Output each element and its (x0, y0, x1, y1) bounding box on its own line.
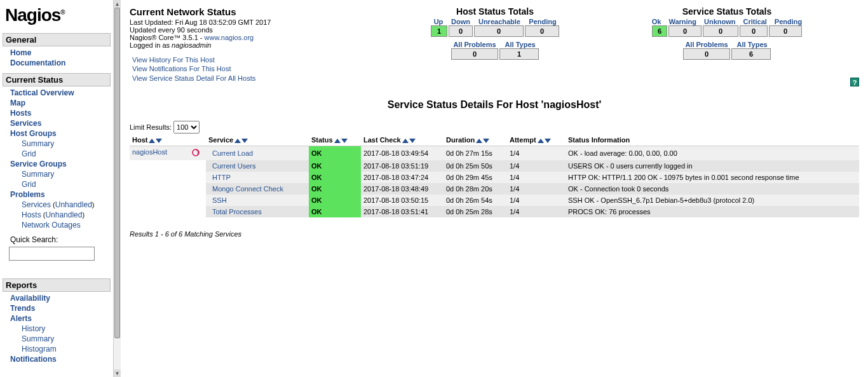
nav-home[interactable]: Home (10, 48, 31, 57)
nav-report-trends[interactable]: Trends (10, 304, 35, 313)
nav-report-histogram[interactable]: Histogram (22, 345, 57, 353)
sort-up-icon[interactable] (476, 139, 482, 143)
sort-up-icon[interactable] (149, 139, 155, 143)
service-link[interactable]: HTTP (208, 174, 231, 181)
nav-item-service-groups[interactable]: Service Groups (10, 160, 67, 168)
core-text: Nagios® Core™ 3.5.1 - (130, 34, 205, 41)
sort-up-icon[interactable] (234, 139, 241, 143)
logged-in-label: Logged in as (130, 41, 172, 49)
column-header-host[interactable]: Host (130, 135, 206, 146)
limit-results-select[interactable]: 100 (173, 121, 200, 134)
cell-last_check: 2017-08-18 03:48:49 (361, 183, 444, 195)
total-value[interactable]: 6 (731, 48, 771, 60)
status-cell: OK (309, 146, 361, 160)
status-cell: OK (309, 195, 361, 206)
total-header-unknown[interactable]: Unknown (700, 18, 740, 25)
sidebar-scrollbar[interactable]: ▲ ▼ (113, 0, 121, 377)
total-value[interactable]: 0 (683, 48, 730, 60)
nav-item-network-outages[interactable]: Network Outages (22, 221, 81, 230)
sort-down-icon[interactable] (545, 139, 551, 143)
status-title: Current Network Status (130, 6, 377, 17)
column-header-duration[interactable]: Duration (444, 135, 507, 146)
nav-report-summary[interactable]: Summary (22, 334, 54, 343)
view-history-link[interactable]: View History For This Host (132, 55, 377, 64)
total-header-ok[interactable]: Ok (648, 18, 665, 25)
nagios-org-link[interactable]: www.nagios.org (205, 34, 254, 41)
cell-last_check: 2017-08-18 03:49:54 (361, 146, 444, 160)
column-header-service[interactable]: Service (206, 135, 309, 146)
limit-results-label: Limit Results: (130, 123, 172, 131)
total-value[interactable]: 6 (652, 25, 667, 37)
total-header-all-problems[interactable]: All Problems (449, 41, 499, 48)
quick-search-input[interactable] (9, 247, 95, 261)
nav-item-services[interactable]: Services (10, 119, 41, 128)
service-link[interactable]: Mongo Connect Check (208, 185, 283, 193)
total-header-critical[interactable]: Critical (740, 18, 771, 25)
nav-item-services[interactable]: Services (22, 200, 51, 209)
nav-unhandled-12[interactable]: Unhandled (45, 210, 82, 219)
nav-item-host-groups[interactable]: Host Groups (10, 129, 57, 138)
nav-report-history[interactable]: History (22, 324, 45, 333)
sort-down-icon[interactable] (409, 139, 416, 143)
total-value[interactable]: 0 (449, 25, 473, 37)
column-header-last-check[interactable]: Last Check (361, 135, 444, 146)
sort-down-icon[interactable] (341, 139, 348, 143)
total-value[interactable]: 0 (451, 48, 498, 60)
nav-item-summary[interactable]: Summary (22, 139, 54, 148)
cell-info: SSH OK - OpenSSH_6.7p1 Debian-5+deb8u3 (… (566, 195, 859, 206)
column-header-attempt[interactable]: Attempt (507, 135, 566, 146)
scrollbar-thumb[interactable] (114, 8, 120, 338)
total-header-all-types[interactable]: All Types (732, 41, 773, 48)
nav-unhandled-11[interactable]: Unhandled (55, 200, 92, 209)
nav-report-notifications[interactable]: Notifications (10, 355, 57, 364)
view-all-hosts-link[interactable]: View Service Status Detail For All Hosts (132, 74, 377, 83)
nav-report-alerts[interactable]: Alerts (10, 314, 32, 323)
total-header-pending[interactable]: Pending (525, 18, 560, 25)
view-notifications-link[interactable]: View Notifications For This Host (132, 64, 377, 73)
sort-down-icon[interactable] (241, 139, 248, 143)
total-header-pending[interactable]: Pending (771, 18, 806, 25)
nav-item-map[interactable]: Map (10, 99, 25, 107)
service-link[interactable]: Current Load (208, 149, 253, 157)
service-link[interactable]: Current Users (208, 162, 255, 170)
total-value[interactable]: 0 (703, 25, 738, 37)
total-header-down[interactable]: Down (447, 18, 474, 25)
help-icon[interactable]: ? (850, 78, 859, 86)
total-header-unreachable[interactable]: Unreachable (474, 18, 525, 25)
scroll-down-icon[interactable]: ▼ (114, 369, 121, 377)
service-link[interactable]: SSH (208, 196, 227, 204)
column-header-status-information: Status Information (566, 135, 859, 146)
total-value[interactable]: 1 (431, 25, 447, 37)
nav-item-hosts[interactable]: Hosts (22, 210, 41, 219)
updated-every: Updated every 90 seconds (130, 26, 377, 34)
sort-down-icon[interactable] (483, 139, 489, 143)
total-header-warning[interactable]: Warning (665, 18, 700, 25)
sort-up-icon[interactable] (538, 139, 544, 143)
total-value[interactable]: 0 (474, 25, 524, 37)
nav-item-problems[interactable]: Problems (10, 190, 45, 199)
total-header-all-types[interactable]: All Types (500, 41, 541, 48)
column-header-status[interactable]: Status (309, 135, 361, 146)
host-link[interactable]: nagiosHost (132, 148, 167, 156)
nav-item-summary[interactable]: Summary (22, 170, 54, 179)
sort-up-icon[interactable] (334, 139, 341, 143)
cell-last_check: 2017-08-18 03:51:41 (361, 206, 444, 217)
total-value[interactable]: 0 (668, 25, 702, 37)
cell-attempt: 1/4 (507, 195, 566, 206)
nav-item-grid[interactable]: Grid (22, 149, 36, 158)
total-value[interactable]: 0 (525, 25, 559, 37)
sort-up-icon[interactable] (402, 139, 409, 143)
nav-item-grid[interactable]: Grid (22, 180, 36, 189)
total-value[interactable]: 0 (769, 25, 802, 37)
total-value[interactable]: 0 (740, 25, 768, 37)
nav-item-tactical-overview[interactable]: Tactical Overview (10, 88, 74, 97)
nav-report-availability[interactable]: Availability (10, 294, 50, 303)
nav-item-hosts[interactable]: Hosts (10, 109, 31, 118)
nav-documentation[interactable]: Documentation (10, 58, 65, 67)
service-link[interactable]: Total Processes (208, 208, 262, 216)
total-header-up[interactable]: Up (430, 18, 447, 25)
sort-down-icon[interactable] (156, 139, 162, 143)
total-header-all-problems[interactable]: All Problems (681, 41, 731, 48)
total-value[interactable]: 1 (499, 48, 539, 60)
scroll-up-icon[interactable]: ▲ (114, 0, 121, 8)
